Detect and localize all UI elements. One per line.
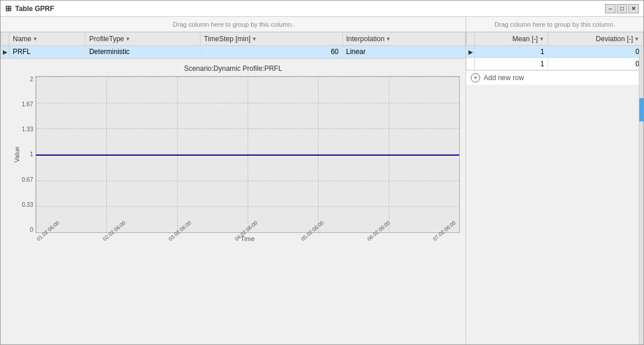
right-table-container[interactable]: Mean [-] ▼ Deviation [-] ▼ (466, 32, 643, 70)
y-tick-6: 0 (30, 227, 33, 233)
left-table-row[interactable]: ▶ PRFL Deterministic 60 Linear (1, 46, 466, 58)
col-header-mean: Mean [-] ▼ (475, 33, 548, 46)
add-icon: + (471, 73, 480, 82)
right-table: Mean [-] ▼ Deviation [-] ▼ (466, 32, 643, 70)
cell-interpolation: Linear (342, 46, 465, 58)
right-table-row-0[interactable]: ▶ 1 0 (467, 46, 643, 58)
table-icon: ⊞ (5, 4, 12, 13)
left-panel: Drag column here to group by this column… (1, 17, 466, 344)
y-tick-4: 0.67 (22, 177, 33, 183)
y-tick-0: 2 (30, 76, 33, 82)
window-title: Table GPRF (15, 5, 54, 13)
add-row-button[interactable]: + Add new row (466, 70, 643, 85)
main-window: ⊞ Table GPRF – □ ✕ Drag column here to g… (0, 0, 644, 345)
interpolation-filter-icon[interactable]: ▼ (386, 36, 391, 42)
x-axis-labels: 01.02 06:00 02.02 06:00 03.02 06:00 04.0… (35, 234, 460, 263)
col-header-deviation: Deviation [-] ▼ (548, 33, 643, 46)
y-tick-3: 1 (30, 151, 33, 157)
left-table: Name ▼ ProfileType ▼ (1, 32, 466, 58)
profiletype-filter-icon[interactable]: ▼ (125, 36, 130, 42)
v-grid-6 (459, 77, 460, 232)
chart-title: Scenario:Dynamic Profile:PRFL (1, 64, 466, 73)
name-filter-icon[interactable]: ▼ (33, 36, 38, 42)
minimize-button[interactable]: – (605, 4, 616, 13)
cell-timestep: 60 (200, 46, 342, 58)
add-row-label: Add new row (484, 74, 524, 82)
right-row-indicator-1 (467, 58, 475, 70)
col-header-profiletype: ProfileType ▼ (85, 33, 200, 46)
left-drag-hint: Drag column here to group by this column… (1, 17, 466, 32)
right-table-header-row: Mean [-] ▼ Deviation [-] ▼ (467, 33, 643, 46)
y-axis-label: Value (13, 146, 20, 162)
row-indicator-cell: ▶ (1, 46, 9, 58)
cell-name: PRFL (9, 46, 85, 58)
scrollbar-thumb[interactable] (639, 98, 643, 121)
y-tick-2: 1.33 (22, 126, 33, 132)
cell-profiletype: Deterministic (85, 46, 200, 58)
close-button[interactable]: ✕ (628, 4, 639, 13)
row-indicator-header (1, 33, 9, 46)
right-row-indicator-0: ▶ (467, 46, 475, 58)
chart-line (36, 154, 459, 156)
col-header-interpolation: Interpolation ▼ (342, 33, 465, 46)
left-table-container[interactable]: Name ▼ ProfileType ▼ (1, 32, 466, 59)
cell-deviation-0: 0 (548, 46, 643, 58)
right-panel: Drag column here to group by this column… (466, 17, 643, 344)
mean-filter-icon[interactable]: ▼ (539, 36, 544, 42)
timestep-filter-icon[interactable]: ▼ (252, 36, 257, 42)
y-tick-5: 0.33 (22, 202, 33, 208)
left-table-header-row: Name ▼ ProfileType ▼ (1, 33, 466, 46)
cell-deviation-1: 0 (548, 58, 643, 70)
maximize-button[interactable]: □ (617, 4, 627, 13)
chart-area: Scenario:Dynamic Profile:PRFL Value 2 1.… (1, 59, 466, 344)
chart-plot-area: 01.02 06:00 02.02 06:00 03.02 06:00 04.0… (35, 76, 460, 233)
right-scrollbar[interactable] (639, 52, 643, 344)
titlebar: ⊞ Table GPRF – □ ✕ (1, 1, 643, 17)
cell-mean-0: 1 (475, 46, 548, 58)
deviation-filter-icon[interactable]: ▼ (634, 36, 639, 42)
right-drag-hint: Drag column here to group by this column… (466, 17, 643, 32)
right-table-row-1[interactable]: 1 0 (467, 58, 643, 70)
cell-mean-1: 1 (475, 58, 548, 70)
titlebar-left: ⊞ Table GPRF (5, 4, 54, 13)
y-tick-1: 1.67 (22, 101, 33, 107)
titlebar-controls: – □ ✕ (605, 4, 639, 13)
col-header-name: Name ▼ (9, 33, 85, 46)
chart-outer: Scenario:Dynamic Profile:PRFL Value 2 1.… (1, 64, 466, 339)
main-content: Drag column here to group by this column… (1, 17, 643, 344)
col-header-timestep: TimeStep [min] ▼ (200, 33, 342, 46)
right-row-indicator-header (467, 33, 475, 46)
